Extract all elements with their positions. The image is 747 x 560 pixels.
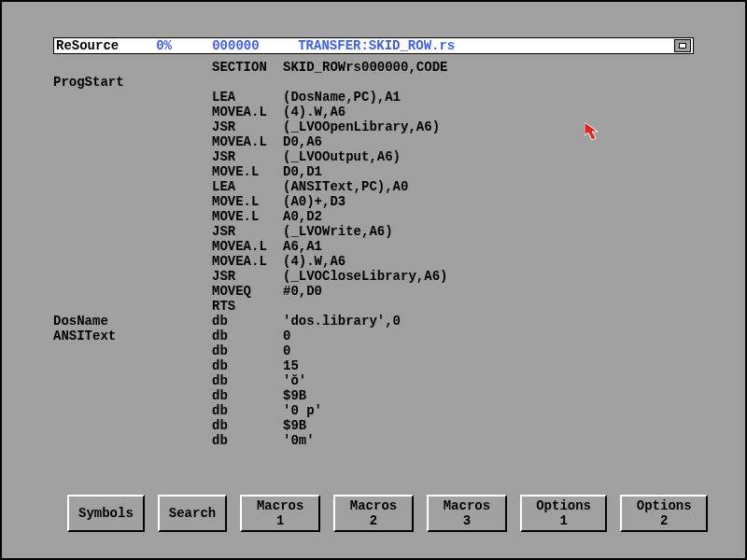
button-bar: Symbols Search Macros 1 Macros 2 Macros … (67, 495, 708, 532)
options-1-button[interactable]: Options 1 (520, 495, 608, 532)
code-operands: (DosName,PC),A1 (283, 90, 694, 105)
code-label: ProgStart (53, 75, 212, 90)
code-label (53, 358, 212, 373)
code-opcode: RTS (212, 299, 283, 314)
code-opcode: JSR (212, 224, 283, 239)
code-label (53, 373, 212, 388)
code-label (53, 388, 212, 403)
code-label (53, 239, 212, 254)
code-opcode: db (212, 373, 283, 388)
code-operands (283, 75, 694, 90)
code-label (53, 105, 212, 119)
code-opcode: db (212, 358, 283, 373)
code-line: JSR(_LVOWrite,A6) (53, 224, 694, 239)
code-opcode: db (212, 314, 283, 329)
code-label (53, 179, 212, 194)
code-operands: 'dos.library',0 (283, 314, 694, 329)
code-opcode: MOVEA.L (212, 254, 283, 269)
code-opcode: MOVE.L (212, 209, 283, 224)
code-opcode: MOVEQ (212, 284, 283, 299)
code-operands (283, 299, 694, 314)
code-operands: 'ŏ' (283, 373, 694, 388)
code-opcode: db (212, 343, 283, 358)
code-label (53, 224, 212, 239)
code-label (53, 254, 212, 269)
code-operands: 15 (283, 358, 694, 373)
code-label (53, 134, 212, 149)
code-opcode: MOVEA.L (212, 239, 283, 254)
code-line: JSR(_LVOOpenLibrary,A6) (53, 119, 694, 134)
code-operands: '0 p' (283, 403, 694, 418)
code-line: MOVEA.L(4).W,A6 (53, 254, 694, 269)
code-line: DosNamedb'dos.library',0 (53, 314, 694, 329)
code-label (53, 119, 212, 134)
code-label (53, 403, 212, 418)
code-operands: #0,D0 (283, 284, 694, 299)
code-opcode: SECTION (212, 60, 283, 75)
disassembly-view: SECTIONSKID_ROWrs000000,CODEProgStartLEA… (53, 60, 694, 497)
code-operands: (_LVOOpenLibrary,A6) (283, 119, 694, 134)
code-opcode: db (212, 433, 283, 448)
code-line: MOVE.L(A0)+,D3 (53, 194, 694, 209)
code-label (53, 209, 212, 224)
code-operands: (_LVOOutput,A6) (283, 149, 694, 164)
code-opcode: MOVE.L (212, 164, 283, 179)
code-operands: (_LVOWrite,A6) (283, 224, 694, 239)
code-operands: SKID_ROWrs000000,CODE (283, 60, 694, 75)
symbols-button[interactable]: Symbols (67, 495, 145, 532)
code-opcode: db (212, 388, 283, 403)
code-operands: (4).W,A6 (283, 105, 694, 119)
code-line: JSR(_LVOCloseLibrary,A6) (53, 269, 694, 284)
code-label (53, 90, 212, 105)
code-operands: (ANSIText,PC),A0 (283, 179, 694, 194)
code-line: MOVE.LD0,D1 (53, 164, 694, 179)
code-operands: D0,A6 (283, 134, 694, 149)
code-line: JSR(_LVOOutput,A6) (53, 149, 694, 164)
code-operands: (4).W,A6 (283, 254, 694, 269)
code-line: MOVE.LA0,D2 (53, 209, 694, 224)
code-label (53, 60, 212, 75)
window-titlebar: ReSource 0% 000000 TRANSFER:SKID_ROW.rs (53, 37, 694, 54)
app-name: ReSource (56, 38, 119, 53)
options-2-button[interactable]: Options 2 (620, 495, 708, 532)
code-opcode: MOVEA.L (212, 134, 283, 149)
code-line: db'0 p' (53, 403, 694, 418)
code-label (53, 284, 212, 299)
code-operands: $9B (283, 388, 694, 403)
code-operands: A0,D2 (283, 209, 694, 224)
code-operands: D0,D1 (283, 164, 694, 179)
code-line: SECTIONSKID_ROWrs000000,CODE (53, 60, 694, 75)
code-label (53, 433, 212, 448)
code-opcode: db (212, 329, 283, 343)
code-line: MOVEA.LD0,A6 (53, 134, 694, 149)
code-label: DosName (53, 314, 212, 329)
code-label (53, 194, 212, 209)
code-label (53, 418, 212, 433)
code-line: RTS (53, 299, 694, 314)
code-line: db'ŏ' (53, 373, 694, 388)
code-operands: 0 (283, 343, 694, 358)
code-line: MOVEA.L(4).W,A6 (53, 105, 694, 119)
macros-1-button[interactable]: Macros 1 (240, 495, 320, 532)
code-line: LEA(DosName,PC),A1 (53, 90, 694, 105)
depth-gadget-icon[interactable] (674, 39, 691, 52)
file-path: TRANSFER:SKID_ROW.rs (298, 38, 455, 53)
code-opcode: JSR (212, 149, 283, 164)
code-line: MOVEA.LA6,A1 (53, 239, 694, 254)
code-line: ANSITextdb0 (53, 329, 694, 343)
code-opcode: JSR (212, 269, 283, 284)
code-opcode: db (212, 403, 283, 418)
code-line: ProgStart (53, 75, 694, 90)
macros-2-button[interactable]: Macros 2 (333, 495, 414, 532)
code-label (53, 269, 212, 284)
code-label (53, 149, 212, 164)
code-line: db15 (53, 358, 694, 373)
code-operands: (_LVOCloseLibrary,A6) (283, 269, 694, 284)
macros-3-button[interactable]: Macros 3 (427, 495, 507, 532)
code-line: db0 (53, 343, 694, 358)
code-opcode: MOVEA.L (212, 105, 283, 119)
search-button[interactable]: Search (158, 495, 227, 532)
code-operands: A6,A1 (283, 239, 694, 254)
code-line: db$9B (53, 388, 694, 403)
code-opcode: LEA (212, 90, 283, 105)
